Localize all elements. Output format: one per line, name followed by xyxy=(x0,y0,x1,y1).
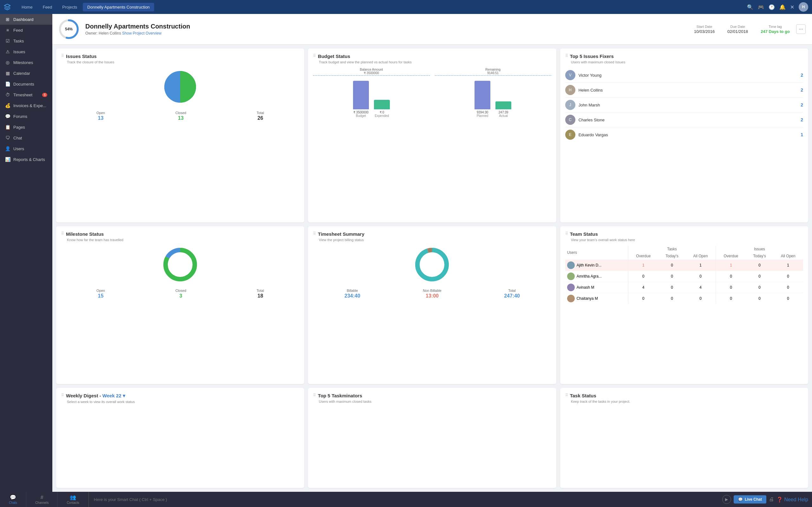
weekly-card-subtitle: Select a week to view its overall work s… xyxy=(67,400,299,404)
task-overdue-1: 1 xyxy=(628,260,658,271)
issue-allopen-4: 0 xyxy=(773,293,803,304)
live-chat-button[interactable]: 💬 Live Chat xyxy=(734,495,766,504)
calendar-icon: ▦ xyxy=(5,71,10,76)
bell-icon[interactable]: 🔔 xyxy=(779,4,786,10)
issue-overdue-2: 0 xyxy=(716,271,746,282)
user-avatar[interactable]: H xyxy=(799,2,808,12)
col-task-overdue: Overdue xyxy=(628,252,658,260)
nav-tab-home[interactable]: Home xyxy=(17,3,37,11)
drag-icon-4: ⠿ xyxy=(61,231,64,236)
project-meta: Start Date 10/03/2016 Due Date 02/01/201… xyxy=(694,25,790,34)
sidebar-item-calendar[interactable]: ▦ Calendar xyxy=(0,68,52,78)
project-title: Donnelly Apartments Construction xyxy=(85,23,688,30)
documents-icon: 📄 xyxy=(5,81,10,87)
fixer-count-1: 2 xyxy=(801,72,803,78)
timesheet-total-stat: Total 247:40 xyxy=(504,289,520,299)
drag-icon-6: ⠿ xyxy=(565,231,568,236)
fixers-card-title: Top 5 Issues Fixers xyxy=(570,54,614,59)
bottom-right-controls: ▶ 💬 Live Chat 🖨 ❓ Need Help xyxy=(718,492,812,507)
user-avatar-1 xyxy=(567,262,575,269)
budget-bottom: ₹ 3500000 Budget xyxy=(353,111,369,118)
progress-percent: 54% xyxy=(65,27,72,32)
sidebar-item-documents[interactable]: 📄 Documents xyxy=(0,78,52,89)
bottom-tab-chats[interactable]: 💬 Chats xyxy=(0,492,26,507)
more-options-button[interactable]: ··· xyxy=(796,24,806,34)
issues-card-title: Issues Status xyxy=(66,54,97,59)
issue-today-3: 0 xyxy=(746,282,773,293)
progress-circle: 54% xyxy=(59,19,79,39)
sidebar-label-milestones: Milestones xyxy=(13,60,33,65)
col-issue-allopen: All Open xyxy=(773,252,803,260)
gamepad-icon[interactable]: 🎮 xyxy=(758,4,764,10)
sidebar-item-milestones[interactable]: ◎ Milestones xyxy=(0,57,52,68)
search-icon[interactable]: 🔍 xyxy=(747,4,753,10)
sidebar-item-tasks[interactable]: ☑ Tasks xyxy=(0,36,52,46)
team-card-title: Team Status xyxy=(570,231,598,237)
play-button[interactable]: ▶ xyxy=(722,495,731,504)
task-allopen-3: 4 xyxy=(686,282,716,293)
sidebar-item-pages[interactable]: 📋 Pages xyxy=(0,122,52,132)
planned-bottom: 9394:30 Planned xyxy=(474,111,490,118)
task-today-2: 0 xyxy=(658,271,686,282)
top-fixers-card: ⠿ Top 5 Issues Fixers Users with maximum… xyxy=(560,49,808,222)
taskminators-card-header: ⠿ Top 5 Taskminators xyxy=(313,393,551,398)
fixers-list: V Victor Young 2 H Helen Collins 2 J Joh… xyxy=(565,68,803,142)
drag-icon-7: ⠿ xyxy=(61,393,64,397)
milestone-card-subtitle: Know how far the team has travelled xyxy=(67,238,299,242)
budget-charts: Balance Amount₹ 3500000 xyxy=(313,68,551,118)
issues-card-header: ⠿ Issues Status xyxy=(61,54,299,59)
sidebar-label-calendar: Calendar xyxy=(13,71,30,76)
smart-chat-input[interactable] xyxy=(94,497,713,502)
user-cell-2: Amritha Agra... xyxy=(565,271,628,282)
sidebar-item-invoices[interactable]: 💰 Invoices & Expe... xyxy=(0,100,52,111)
sidebar-item-issues[interactable]: ⚠ Issues xyxy=(0,46,52,57)
fixer-row-2: H Helen Collins 2 xyxy=(565,83,803,98)
timesheet-card-subtitle: View the project billing status xyxy=(319,238,551,242)
task-status-card-subtitle: Keep track of the tasks in your project. xyxy=(571,400,803,403)
budget-left-chart: Balance Amount₹ 3500000 xyxy=(313,68,429,118)
bottom-tab-channels[interactable]: # Channels xyxy=(26,492,58,507)
fixer-count-3: 2 xyxy=(801,102,803,107)
chat-input-area[interactable] xyxy=(89,492,718,507)
user-avatar-4 xyxy=(567,295,575,302)
need-help-button[interactable]: ❓ Need Help xyxy=(776,497,808,503)
issue-today-1: 0 xyxy=(746,260,773,271)
sidebar-item-reports[interactable]: 📊 Reports & Charts xyxy=(0,154,52,165)
sidebar-item-dashboard[interactable]: ⊞ Dashboard xyxy=(0,14,52,25)
due-date-meta: Due Date 02/01/2018 xyxy=(727,25,748,34)
forums-icon: 💬 xyxy=(5,114,10,119)
issue-allopen-3: 0 xyxy=(773,282,803,293)
drag-icon-3: ⠿ xyxy=(565,54,568,58)
bottom-tabs: 💬 Chats # Channels 👥 Contacts xyxy=(0,492,89,507)
sidebar-item-users[interactable]: 👤 Users xyxy=(0,143,52,154)
team-row-4: Chaitanya M 0 0 0 0 0 0 xyxy=(565,293,803,304)
col-tasks: Tasks xyxy=(628,245,716,252)
budget-status-card: ⠿ Budget Status Track budget and view th… xyxy=(308,49,556,222)
actual-bottom: 247:39 Actual xyxy=(496,111,511,118)
nav-tab-project[interactable]: Donnelly Apartments Construction xyxy=(83,3,154,11)
user-avatar-2 xyxy=(567,273,575,280)
sidebar-item-feed[interactable]: ≡ Feed xyxy=(0,25,52,36)
clock-icon[interactable]: 🕐 xyxy=(768,4,775,10)
fixer-name-1: Victor Young xyxy=(578,73,798,78)
team-row-1: Ajith Kevin D... 1 0 1 1 0 1 xyxy=(565,260,803,271)
show-overview-link[interactable]: Show Project Overview xyxy=(122,31,161,36)
sidebar-item-chat[interactable]: 🗨 Chat xyxy=(0,132,52,143)
nav-tab-feed[interactable]: Feed xyxy=(38,3,57,11)
fixer-row-3: J John Marsh 2 xyxy=(565,98,803,112)
bottom-tab-contacts[interactable]: 👥 Contacts xyxy=(58,492,88,507)
sidebar-label-documents: Documents xyxy=(13,82,34,87)
sidebar-item-timesheet[interactable]: ⏱ Timesheet 6 xyxy=(0,89,52,100)
sidebar-item-forums[interactable]: 💬 Forums xyxy=(0,111,52,122)
nav-tab-projects[interactable]: Projects xyxy=(58,3,82,11)
col-issue-today: Today's xyxy=(746,252,773,260)
timesheet-badge: 6 xyxy=(42,93,47,97)
user-avatar-3 xyxy=(567,284,575,291)
sidebar-label-dashboard: Dashboard xyxy=(13,17,34,22)
budget-bar xyxy=(353,81,369,109)
timesheet-donut xyxy=(313,245,551,284)
close-icon[interactable]: ✕ xyxy=(790,4,794,10)
task-allopen-2: 0 xyxy=(686,271,716,282)
print-button[interactable]: 🖨 xyxy=(769,497,774,502)
fixer-avatar-1: V xyxy=(565,70,575,80)
